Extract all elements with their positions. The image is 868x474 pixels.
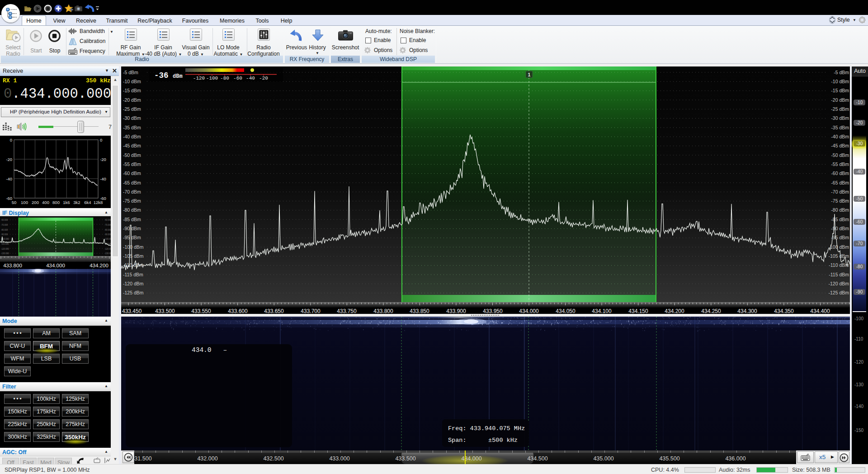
svg-text:433.800: 433.800 xyxy=(3,263,22,268)
svg-text:-65 dBm: -65 dBm xyxy=(123,180,141,185)
svg-text:-120 dBm: -120 dBm xyxy=(828,281,849,286)
svg-text:-80.000: -80.000 xyxy=(104,229,111,231)
svg-text:Span: ±500 kHz: Span: ±500 kHz xyxy=(448,437,518,444)
svg-text:434.400: 434.400 xyxy=(810,308,830,314)
svg-text:-30 dBm: -30 dBm xyxy=(123,115,141,121)
svg-text:433.750: 433.750 xyxy=(337,308,357,314)
svg-text:-60.000: -60.000 xyxy=(104,219,111,221)
svg-text:0: 0 xyxy=(10,137,12,142)
svg-text:434.050: 434.050 xyxy=(556,308,576,314)
svg-text:-130.000: -130.000 xyxy=(104,252,111,255)
svg-text:6k4: 6k4 xyxy=(84,200,91,205)
svg-text:-85 dBm: -85 dBm xyxy=(831,217,849,222)
svg-text:-70.000: -70.000 xyxy=(104,224,111,226)
svg-text:-125 dBm: -125 dBm xyxy=(123,290,144,295)
svg-text:-75 dBm: -75 dBm xyxy=(831,198,849,204)
svg-text:-125 dBm: -125 dBm xyxy=(828,290,849,295)
svg-text:-110.000: -110.000 xyxy=(1,243,9,245)
svg-text:-20 dBm: -20 dBm xyxy=(123,97,141,103)
svg-text:200: 200 xyxy=(32,200,39,205)
svg-text:-10 dBm: -10 dBm xyxy=(123,79,141,84)
svg-text:-95 dBm: -95 dBm xyxy=(831,235,849,240)
svg-text:-120.000: -120.000 xyxy=(1,248,9,250)
svg-text:-105 dBm: -105 dBm xyxy=(123,253,144,259)
svg-text:434.250: 434.250 xyxy=(701,308,721,314)
svg-text:-115 dBm: -115 dBm xyxy=(829,272,849,277)
svg-text:-90.000: -90.000 xyxy=(104,233,111,236)
svg-text:433.450: 433.450 xyxy=(122,308,142,314)
svg-text:-25 dBm: -25 dBm xyxy=(831,106,849,112)
svg-text:-40: -40 xyxy=(246,76,255,81)
svg-text:-95 dBm: -95 dBm xyxy=(123,235,141,240)
svg-text:-70 dBm: -70 dBm xyxy=(123,189,141,194)
svg-text:-15 dBm: -15 dBm xyxy=(123,88,141,93)
svg-text:-50 dBm: -50 dBm xyxy=(831,152,849,158)
svg-text:-50 dBm: -50 dBm xyxy=(123,152,141,158)
svg-text:434.150: 434.150 xyxy=(628,308,648,314)
svg-text:3k2: 3k2 xyxy=(73,200,80,205)
svg-text:-20: -20 xyxy=(100,157,106,162)
svg-text:50: 50 xyxy=(12,200,17,205)
svg-text:-45 dBm: -45 dBm xyxy=(831,143,849,148)
svg-text:-55 dBm: -55 dBm xyxy=(123,161,141,167)
svg-text:-35 dBm: -35 dBm xyxy=(123,125,141,130)
svg-text:433.650: 433.650 xyxy=(264,308,284,314)
svg-text:434.350: 434.350 xyxy=(774,308,794,314)
svg-text:-40: -40 xyxy=(6,176,12,181)
svg-text:-80.000: -80.000 xyxy=(1,229,8,231)
svg-text:-60: -60 xyxy=(233,76,242,81)
svg-text:434.100: 434.100 xyxy=(592,308,612,314)
svg-text:-40: -40 xyxy=(100,176,106,181)
svg-text:434.0 –: 434.0 – xyxy=(192,346,227,354)
svg-text:-60 dBm: -60 dBm xyxy=(831,171,849,176)
svg-text:1: 1 xyxy=(528,72,531,77)
svg-text:-75 dBm: -75 dBm xyxy=(123,198,141,204)
svg-text:-35 dBm: -35 dBm xyxy=(831,125,849,130)
svg-text:-20: -20 xyxy=(259,76,268,81)
svg-text:-40 dBm: -40 dBm xyxy=(831,134,849,139)
svg-text:-120 dBm: -120 dBm xyxy=(123,281,144,286)
svg-text:-80: -80 xyxy=(220,76,229,81)
svg-text:12k8: 12k8 xyxy=(94,200,103,205)
svg-text:434.000: 434.000 xyxy=(519,308,539,314)
svg-text:-45 dBm: -45 dBm xyxy=(123,143,141,148)
svg-text:-100.000: -100.000 xyxy=(104,238,111,240)
svg-text:0: 0 xyxy=(100,137,102,142)
svg-text:-60 dBm: -60 dBm xyxy=(123,171,141,176)
svg-text:-15 dBm: -15 dBm xyxy=(831,88,849,93)
svg-text:434.200: 434.200 xyxy=(665,308,684,314)
svg-text:433.500: 433.500 xyxy=(155,308,175,314)
svg-text:-105 dBm: -105 dBm xyxy=(828,253,849,259)
svg-text:-120: -120 xyxy=(193,76,205,81)
svg-text:-70 dBm: -70 dBm xyxy=(831,189,849,194)
svg-text:433.900: 433.900 xyxy=(446,308,466,314)
svg-text:1k6: 1k6 xyxy=(63,200,70,205)
svg-text:-80 dBm: -80 dBm xyxy=(123,207,141,213)
svg-text:-130.000: -130.000 xyxy=(1,252,9,255)
svg-text:434.000: 434.000 xyxy=(46,263,65,268)
svg-text:433.800: 433.800 xyxy=(373,308,393,314)
svg-text:dBm: dBm xyxy=(173,73,183,80)
svg-text:-40 dBm: -40 dBm xyxy=(123,134,141,139)
svg-text:-90 dBm: -90 dBm xyxy=(123,226,141,231)
svg-text:-10 dBm: -10 dBm xyxy=(831,79,849,84)
svg-text:-30 dBm: -30 dBm xyxy=(831,115,849,121)
svg-text:433.850: 433.850 xyxy=(410,308,429,314)
svg-text:-25 dBm: -25 dBm xyxy=(123,106,141,112)
svg-text:-65 dBm: -65 dBm xyxy=(831,180,849,185)
svg-text:800: 800 xyxy=(52,200,60,205)
svg-text:-100 dBm: -100 dBm xyxy=(123,244,144,250)
svg-text:433.550: 433.550 xyxy=(191,308,211,314)
svg-text:-90.000: -90.000 xyxy=(1,233,8,236)
svg-text:-5 dBm: -5 dBm xyxy=(834,70,849,75)
svg-text:-80 dBm: -80 dBm xyxy=(831,207,849,213)
svg-text:-70.000: -70.000 xyxy=(1,224,8,226)
svg-text:100: 100 xyxy=(21,200,28,205)
svg-text:-60.000: -60.000 xyxy=(1,219,8,221)
svg-text:-85 dBm: -85 dBm xyxy=(123,217,141,222)
svg-text:434.200: 434.200 xyxy=(90,263,108,268)
svg-text:-36: -36 xyxy=(154,71,169,80)
svg-text:-115 dBm: -115 dBm xyxy=(123,272,143,277)
svg-text:400: 400 xyxy=(42,200,49,205)
svg-text:-120.000: -120.000 xyxy=(104,248,111,250)
